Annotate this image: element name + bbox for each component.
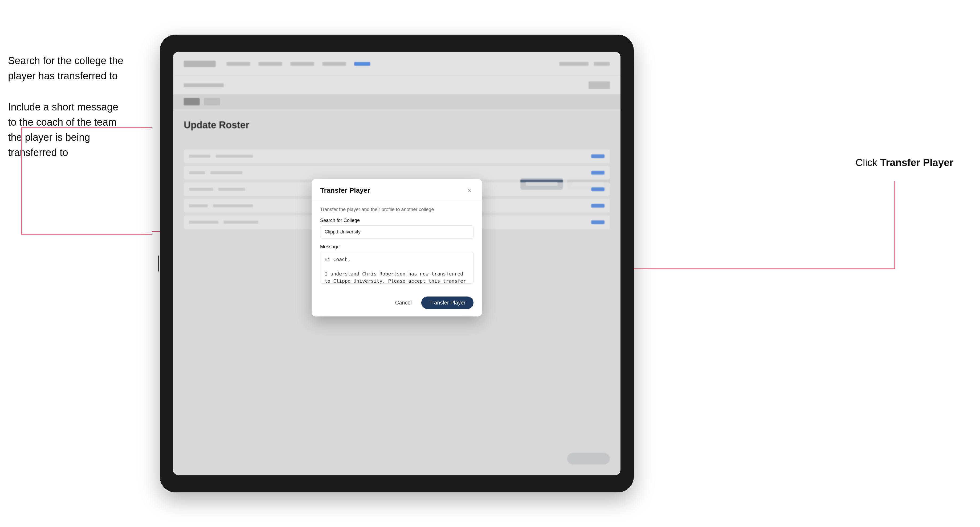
annotation-left: Search for the college the player has tr… xyxy=(8,53,146,176)
message-textarea[interactable]: Hi Coach, I understand Chris Robertson h… xyxy=(320,252,474,284)
ipad-screen: Update Roster xyxy=(173,52,620,475)
modal-body: Transfer the player and their profile to… xyxy=(312,200,482,291)
message-label: Message xyxy=(320,244,474,250)
ipad-side-button xyxy=(158,256,159,271)
transfer-player-button[interactable]: Transfer Player xyxy=(421,297,474,309)
search-college-input[interactable] xyxy=(320,225,474,239)
modal-overlay: Transfer Player × Transfer the player an… xyxy=(173,52,620,475)
search-college-label: Search for College xyxy=(320,218,474,223)
modal-footer: Cancel Transfer Player xyxy=(312,291,482,316)
modal-title: Transfer Player xyxy=(320,186,370,195)
cancel-button[interactable]: Cancel xyxy=(391,297,416,308)
annotation-transfer-bold: Transfer Player xyxy=(880,157,953,168)
modal-subtitle: Transfer the player and their profile to… xyxy=(320,207,474,213)
modal-header: Transfer Player × xyxy=(312,179,482,200)
transfer-player-modal[interactable]: Transfer Player × Transfer the player an… xyxy=(312,179,482,316)
annotation-message-text: Include a short messageto the coach of t… xyxy=(8,100,146,160)
annotation-right: Click Transfer Player xyxy=(856,157,954,168)
annotation-search-text: Search for the college the player has tr… xyxy=(8,53,146,84)
ipad-device: Update Roster xyxy=(160,35,634,492)
modal-close-button[interactable]: × xyxy=(465,186,474,195)
